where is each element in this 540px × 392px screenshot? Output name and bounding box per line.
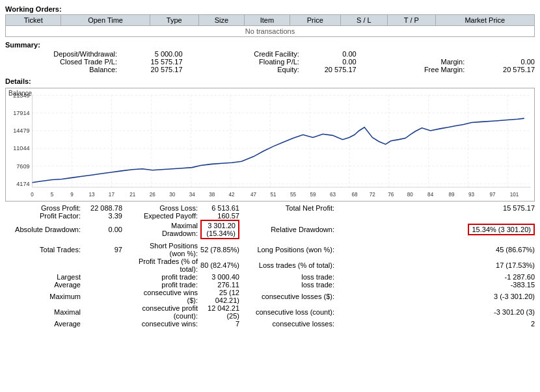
value-total-net-profit: 15 575.17 bbox=[337, 204, 535, 212]
col-type: Type bbox=[150, 15, 198, 26]
no-transactions: No transactions bbox=[6, 26, 535, 37]
value-relative-drawdown: 15.34% (3 301.20) bbox=[337, 220, 535, 239]
label-avg-loss-trade: loss trade: bbox=[252, 281, 337, 289]
summary-table: Deposit/Withdrawal: 5 000.00 Credit Faci… bbox=[5, 50, 535, 73]
label-largest-loss-trade: loss trade: bbox=[252, 273, 337, 281]
svg-text:7609: 7609 bbox=[16, 163, 29, 170]
label-avg-consec-losses: consecutive losses: bbox=[252, 320, 337, 328]
svg-text:80: 80 bbox=[407, 192, 413, 198]
svg-text:9: 9 bbox=[70, 192, 74, 198]
label-balance: Balance: bbox=[5, 66, 121, 73]
col-item: Item bbox=[244, 15, 290, 26]
value-short-pos: 52 (78.85%) bbox=[200, 242, 252, 257]
col-size: Size bbox=[198, 15, 244, 26]
stats-table: Gross Profit: 22 088.78 Gross Loss: 6 51… bbox=[5, 204, 535, 328]
summary-section: Summary: Deposit/Withdrawal: 5 000.00 Cr… bbox=[5, 41, 535, 73]
label-total-trades: Total Trades: bbox=[5, 242, 83, 257]
label-long-pos: Long Positions (won %): bbox=[252, 242, 337, 257]
label-equity: Equity: bbox=[196, 66, 303, 73]
label-largest-profit-trade: profit trade: bbox=[135, 273, 200, 281]
svg-text:21: 21 bbox=[129, 192, 135, 198]
svg-text:17: 17 bbox=[109, 192, 115, 198]
working-orders-section: Working Orders: Ticket Open Time Type Si… bbox=[5, 5, 535, 37]
value-gross-profit: 22 088.78 bbox=[83, 204, 135, 212]
svg-text:5: 5 bbox=[51, 192, 54, 198]
svg-text:0: 0 bbox=[31, 192, 34, 198]
balance-chart: 21349 17914 14479 11044 7609 4174 0 5 9 … bbox=[6, 88, 534, 201]
svg-text:89: 89 bbox=[449, 192, 455, 198]
label-max-consec-loss: consecutive loss (count): bbox=[252, 304, 337, 320]
value-max-consec-profit: 12 042.21 (25) bbox=[200, 304, 252, 320]
label-maximum: Maximum bbox=[5, 289, 83, 304]
svg-text:51: 51 bbox=[271, 192, 277, 198]
label-avg-consec-wins: consecutive wins: bbox=[135, 320, 200, 328]
value-max-consec-losses: 3 (-3 301.20) bbox=[337, 289, 535, 304]
col-marketprice: Market Price bbox=[435, 15, 534, 26]
svg-text:101: 101 bbox=[510, 192, 519, 198]
details-title: Details: bbox=[5, 77, 535, 85]
svg-text:47: 47 bbox=[250, 192, 256, 198]
label-profit-factor: Profit Factor: bbox=[5, 212, 83, 220]
label-avg-consec: Average bbox=[5, 320, 83, 328]
value-total-trades: 97 bbox=[83, 242, 135, 257]
svg-text:4174: 4174 bbox=[16, 181, 29, 187]
relative-drawdown-box: 15.34% (3 301.20) bbox=[468, 224, 535, 235]
label-max-consec-losses: consecutive losses ($): bbox=[252, 289, 337, 304]
value-closed-pl: 15 575.17 bbox=[121, 58, 195, 66]
value-avg-consec-wins: 7 bbox=[200, 320, 252, 328]
label-deposit: Deposit/Withdrawal: bbox=[5, 50, 121, 58]
value-free-margin: 20 575.17 bbox=[468, 66, 535, 73]
label-gross-profit: Gross Profit: bbox=[5, 204, 83, 212]
label-average: Average bbox=[5, 281, 83, 289]
svg-text:21349: 21349 bbox=[13, 92, 29, 99]
label-expected-payoff: Expected Payoff: bbox=[135, 212, 200, 220]
svg-text:13: 13 bbox=[88, 192, 94, 198]
label-profit-trades: Profit Trades (% of total): bbox=[135, 257, 200, 273]
col-ticket: Ticket bbox=[6, 15, 61, 26]
value-long-pos: 45 (86.67%) bbox=[337, 242, 535, 257]
label-avg-profit-trade: profit trade: bbox=[135, 281, 200, 289]
svg-text:26: 26 bbox=[150, 192, 155, 198]
value-equity: 20 575.17 bbox=[303, 66, 370, 73]
value-deposit: 5 000.00 bbox=[121, 50, 195, 58]
value-max-drawdown: 3 301.20 (15.34%) bbox=[200, 220, 252, 239]
svg-text:68: 68 bbox=[351, 192, 357, 198]
value-largest-profit-trade: 3 000.40 bbox=[200, 273, 252, 281]
svg-text:14479: 14479 bbox=[13, 127, 29, 134]
label-margin: Margin: bbox=[370, 58, 469, 66]
value-abs-drawdown: 0.00 bbox=[83, 220, 135, 239]
value-loss-trades: 17 (17.53%) bbox=[337, 257, 535, 273]
label-total-net-profit: Total Net Profit: bbox=[252, 204, 337, 212]
value-avg-consec-losses: 2 bbox=[337, 320, 535, 328]
value-avg-loss-trade: -383.15 bbox=[337, 281, 535, 289]
svg-text:42: 42 bbox=[229, 192, 235, 198]
value-gross-loss: 6 513.61 bbox=[200, 204, 252, 212]
label-abs-drawdown: Absolute Drawdown: bbox=[5, 220, 83, 239]
working-orders-title: Working Orders: bbox=[5, 5, 535, 13]
label-max-drawdown: Maximal Drawdown: bbox=[135, 220, 200, 239]
value-profit-trades: 80 (82.47%) bbox=[200, 257, 252, 273]
label-short-pos: Short Positions (won %): bbox=[135, 242, 200, 257]
col-tp: T / P bbox=[388, 15, 435, 26]
label-closed-pl: Closed Trade P/L: bbox=[5, 58, 121, 66]
svg-text:72: 72 bbox=[370, 192, 375, 198]
svg-text:84: 84 bbox=[427, 192, 433, 198]
svg-text:76: 76 bbox=[388, 192, 394, 198]
label-maximal: Maximal bbox=[5, 304, 83, 320]
label-relative-drawdown: Relative Drawdown: bbox=[252, 220, 337, 239]
svg-text:34: 34 bbox=[189, 192, 195, 198]
value-floating-pl: 0.00 bbox=[303, 58, 370, 66]
value-avg-profit-trade: 276.11 bbox=[200, 281, 252, 289]
svg-text:97: 97 bbox=[490, 192, 496, 198]
max-drawdown-box: 3 301.20 (15.34%) bbox=[200, 220, 239, 239]
svg-text:38: 38 bbox=[209, 192, 215, 198]
value-margin: 0.00 bbox=[468, 58, 535, 66]
svg-text:55: 55 bbox=[290, 192, 296, 198]
label-credit: Credit Facility: bbox=[196, 50, 303, 58]
label-loss-trades: Loss trades (% of total): bbox=[252, 257, 337, 273]
value-expected-payoff: 160.57 bbox=[200, 212, 252, 220]
label-max-consec-wins: consecutive wins ($): bbox=[135, 289, 200, 304]
svg-text:59: 59 bbox=[310, 192, 316, 198]
working-orders-table: Ticket Open Time Type Size Item Price S … bbox=[5, 14, 535, 37]
value-max-consec-loss: -3 301.20 (3) bbox=[337, 304, 535, 320]
